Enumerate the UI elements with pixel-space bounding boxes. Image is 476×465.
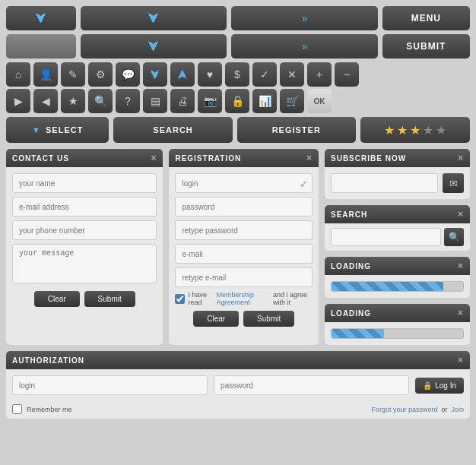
chevron-down-btn[interactable]: ⮟ — [143, 62, 167, 87]
reg-email-input[interactable] — [175, 244, 313, 264]
reg-submit-button[interactable]: Submit — [243, 311, 294, 327]
reg-login-input[interactable] — [175, 173, 313, 193]
forgot-password-link[interactable]: Forgot your password — [371, 406, 437, 413]
bar-slot-2[interactable]: ⮟ — [81, 6, 227, 30]
user-icon-btn[interactable]: 👤 — [33, 62, 58, 87]
loading-body-2 — [325, 322, 470, 345]
edit-icon-btn[interactable]: ✎ — [61, 62, 85, 87]
auth-login-button[interactable]: 🔒 Log In — [415, 378, 464, 394]
contact-clear-button[interactable]: Clear — [34, 291, 80, 307]
registration-panel: REGISTRATION × ✓ I have read Membership … — [169, 149, 319, 345]
search-title: SEARCH — [331, 210, 367, 219]
contact-phone-input[interactable] — [12, 220, 157, 240]
star-1[interactable]: ★ — [384, 123, 395, 138]
bar-slot-4[interactable]: ⮟ — [81, 34, 227, 59]
bar-slot-1[interactable]: ⮟ — [6, 6, 76, 30]
submit-button[interactable]: SUBMIT — [382, 34, 470, 59]
subscribe-body: ✉ — [325, 167, 470, 199]
star-2[interactable]: ★ — [397, 123, 408, 138]
remember-me-checkbox[interactable] — [12, 404, 22, 414]
loading-close-1[interactable]: × — [458, 261, 464, 271]
plus-icon-btn[interactable]: + — [307, 62, 332, 87]
close-icon-btn[interactable]: ✕ — [280, 62, 304, 87]
rss-icon-btn[interactable]: ▤ — [143, 89, 167, 113]
print-icon-btn[interactable]: 🖨 — [170, 89, 195, 113]
subscribe-close[interactable]: × — [458, 153, 464, 163]
reg-retype-email-input[interactable] — [175, 267, 313, 287]
auth-panel: AUTHORIZATION × 🔒 Log In Remember me For… — [6, 351, 470, 419]
bar-slot-5[interactable]: » — [231, 34, 377, 59]
auth-password-input[interactable] — [214, 375, 409, 395]
search-go-icon[interactable]: 🔍 — [444, 228, 464, 246]
search-icon-btn[interactable]: 🔍 — [88, 89, 113, 113]
agreement-suffix: and i agree with it — [273, 291, 313, 306]
auth-close[interactable]: × — [458, 355, 464, 365]
star-4[interactable]: ★ — [423, 123, 433, 138]
bar-slot-3[interactable]: » — [231, 6, 377, 30]
camera-icon-btn[interactable]: 📷 — [198, 89, 222, 113]
agreement-row: I have read Membership Agreement and i a… — [175, 291, 313, 306]
star-icon-btn[interactable]: ★ — [61, 89, 85, 113]
progress-bar-fill-1 — [332, 282, 443, 291]
contact-us-close[interactable]: × — [151, 153, 157, 163]
contact-message-input[interactable] — [12, 244, 157, 283]
reg-clear-button[interactable]: Clear — [193, 311, 239, 327]
loading-close-2[interactable]: × — [458, 308, 464, 318]
subscribe-email-icon[interactable]: ✉ — [443, 173, 464, 193]
chat-icon-btn[interactable]: 💬 — [116, 62, 140, 87]
auth-header: AUTHORIZATION × — [6, 351, 470, 369]
contact-us-title: CONTACT US — [12, 154, 69, 163]
registration-close[interactable]: × — [306, 153, 313, 163]
settings-icon-btn[interactable]: ⚙ — [88, 62, 113, 87]
arrow-right-btn[interactable]: ▶ — [6, 89, 30, 113]
agreement-checkbox[interactable] — [175, 294, 185, 304]
arrow-left-btn[interactable]: ◀ — [33, 89, 58, 113]
auth-title: AUTHORIZATION — [12, 356, 84, 365]
reg-password-input[interactable] — [175, 197, 313, 217]
check-icon-btn[interactable]: ✓ — [252, 62, 277, 87]
double-chevron-icon: » — [302, 12, 308, 24]
search-panel: SEARCH × 🔍 — [325, 205, 470, 251]
search-action-button[interactable]: SEARCH — [113, 117, 232, 143]
progress-bar-fill-2 — [332, 329, 384, 338]
search-body: 🔍 — [325, 223, 470, 251]
loading-header-2: LOADING × — [325, 304, 470, 322]
contact-name-input[interactable] — [12, 173, 157, 193]
remember-me-label: Remember me — [27, 406, 72, 413]
loading-title-1: LOADING — [331, 262, 371, 270]
check-icon: ✓ — [300, 179, 308, 190]
star-5[interactable]: ★ — [436, 123, 446, 138]
dollar-icon-btn[interactable]: $ — [225, 62, 249, 87]
contact-submit-button[interactable]: Submit — [84, 291, 135, 307]
subscribe-input[interactable] — [331, 173, 438, 193]
cart-icon-btn[interactable]: 🛒 — [280, 89, 304, 113]
subscribe-panel: SUBSCRIBE NOW × ✉ — [325, 149, 470, 199]
select-button[interactable]: ▼ SELECT — [6, 117, 109, 143]
search-panel-input[interactable] — [331, 228, 441, 246]
lock-icon-btn[interactable]: 🔒 — [225, 89, 249, 113]
chevron-down-icon: ⮟ — [35, 11, 47, 25]
home-icon-btn[interactable]: ⌂ — [6, 62, 30, 87]
search-close[interactable]: × — [458, 209, 464, 220]
question-icon-btn[interactable]: ? — [116, 89, 140, 113]
reg-retype-password-input[interactable] — [175, 220, 313, 240]
loading-body-1 — [325, 275, 470, 298]
bar-slot-dark[interactable] — [6, 34, 76, 59]
or-text: or — [441, 406, 447, 413]
chevron-up-btn[interactable]: ⮝ — [170, 62, 195, 87]
progress-bar-bg-2 — [331, 328, 464, 339]
loading-panel-1: LOADING × — [325, 257, 470, 298]
auth-login-input[interactable] — [12, 375, 208, 395]
menu-button[interactable]: MENU — [382, 6, 470, 30]
chart-icon-btn[interactable]: 📊 — [252, 89, 277, 113]
minus-icon-btn[interactable]: − — [335, 62, 359, 87]
agreement-link[interactable]: Membership Agreement — [217, 291, 270, 306]
ok-btn[interactable]: OK — [307, 89, 332, 113]
star-3[interactable]: ★ — [410, 123, 420, 138]
search-header: SEARCH × — [325, 205, 470, 223]
register-button[interactable]: REGISTER — [237, 117, 356, 143]
heart-icon-btn[interactable]: ♥ — [198, 62, 222, 87]
contact-email-input[interactable] — [12, 197, 157, 217]
join-link[interactable]: Join — [451, 406, 464, 413]
contact-us-header: CONTACT US × — [6, 149, 163, 167]
